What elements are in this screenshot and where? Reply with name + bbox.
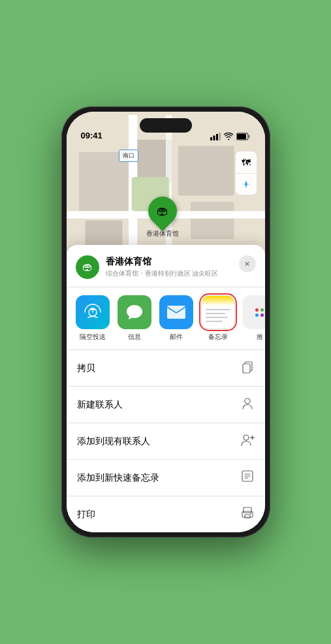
venue-subtitle: 综合体育馆・香港特别行政区 油尖旺区 (106, 269, 256, 278)
venue-info: 香港体育馆 综合体育馆・香港特别行政区 油尖旺区 (106, 256, 256, 278)
status-icons (210, 133, 251, 140)
venue-name: 香港体育馆 (106, 256, 256, 268)
messages-svg (125, 302, 144, 322)
svg-point-24 (245, 398, 250, 404)
more-dots (255, 308, 264, 317)
map-label-nankou: 南口 (119, 150, 138, 162)
add-note-icon (240, 469, 255, 487)
svg-rect-12 (191, 202, 234, 239)
new-contact-svg (240, 396, 255, 410)
svg-point-35 (250, 513, 251, 514)
print-label: 打印 (77, 509, 95, 521)
svg-rect-2 (216, 134, 218, 140)
add-existing-svg (240, 432, 255, 447)
phone-frame: 09:41 (61, 106, 270, 538)
share-app-mail[interactable]: 邮件 (159, 295, 193, 342)
mail-svg (166, 305, 186, 319)
venue-icon: 🏟 (76, 255, 99, 279)
phone-screen: 09:41 (67, 112, 265, 532)
svg-rect-0 (210, 137, 212, 140)
action-print[interactable]: 打印 (67, 496, 265, 532)
share-app-notes[interactable]: 备忘录 (201, 295, 235, 342)
share-more-button[interactable]: 推 (243, 295, 265, 342)
svg-rect-21 (167, 306, 185, 319)
action-new-contact[interactable]: 新建联系人 (67, 387, 265, 423)
location-marker: 🏟 香港体育馆 (146, 197, 179, 238)
add-existing-icon (240, 432, 255, 450)
add-note-label: 添加到新快速备忘录 (77, 472, 159, 484)
action-copy[interactable]: 拷贝 (67, 350, 265, 387)
airdrop-label: 隔空投送 (80, 332, 106, 342)
svg-rect-5 (237, 134, 246, 139)
bottom-sheet: 🏟 香港体育馆 综合体育馆・香港特别行政区 油尖旺区 ✕ (67, 245, 265, 532)
share-apps-row: 隔空投送 信息 (67, 287, 265, 350)
copy-label: 拷贝 (77, 362, 95, 374)
share-app-messages[interactable]: 信息 (118, 295, 151, 342)
airdrop-icon (76, 295, 110, 329)
messages-label: 信息 (128, 332, 141, 342)
more-circle (243, 295, 265, 329)
dynamic-island (140, 118, 192, 133)
wifi-icon (224, 133, 233, 140)
action-add-note[interactable]: 添加到新快速备忘录 (67, 460, 265, 496)
notes-label: 备忘录 (208, 332, 228, 342)
new-contact-label: 新建联系人 (77, 399, 123, 411)
svg-rect-3 (219, 133, 221, 140)
svg-rect-32 (244, 507, 251, 513)
add-note-svg (240, 469, 255, 483)
svg-rect-1 (213, 136, 215, 141)
svg-rect-10 (178, 146, 234, 195)
battery-icon (236, 133, 251, 140)
more-label: 推 (257, 332, 263, 342)
messages-icon (118, 295, 151, 329)
airdrop-svg (84, 303, 102, 321)
venue-header: 🏟 香港体育馆 综合体育馆・香港特别行政区 油尖旺区 ✕ (67, 255, 265, 287)
notes-lines (202, 298, 234, 326)
print-svg (240, 506, 255, 520)
svg-rect-23 (243, 364, 250, 373)
signal-icon (210, 133, 221, 140)
close-button[interactable]: ✕ (239, 255, 256, 272)
notes-icon (201, 295, 235, 329)
compass-icon (242, 180, 251, 189)
status-time: 09:41 (81, 131, 102, 140)
location-button[interactable] (235, 173, 257, 195)
share-app-airdrop[interactable]: 隔空投送 (76, 295, 110, 342)
marker-icon: 🏟 (157, 204, 168, 218)
map-button-group: 🗺 (235, 151, 257, 195)
copy-icon (240, 359, 255, 377)
marker-pin: 🏟 (142, 191, 182, 231)
add-existing-label: 添加到现有联系人 (77, 436, 150, 447)
svg-point-25 (244, 435, 249, 440)
svg-rect-6 (249, 135, 250, 138)
copy-svg (240, 359, 255, 374)
action-add-existing[interactable]: 添加到现有联系人 (67, 423, 265, 460)
new-contact-icon (240, 396, 255, 413)
mail-label: 邮件 (170, 332, 183, 342)
mail-icon (159, 295, 193, 329)
print-icon (240, 506, 255, 523)
map-type-button[interactable]: 🗺 (235, 151, 257, 173)
